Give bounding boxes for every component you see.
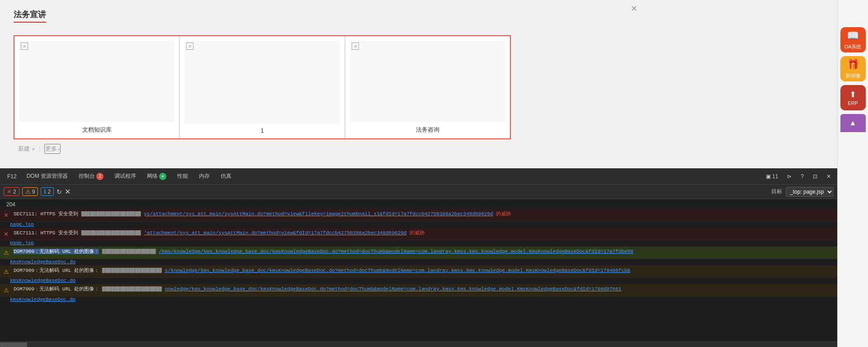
tab-console[interactable]: 控制台 2 [74,171,108,182]
sidebar-purple-button[interactable]: ▲ [840,114,866,132]
log-link-1[interactable]: ys/attachment/sys_att_main/sysAttMain.do… [144,211,493,217]
new-label: 新建 [18,145,30,153]
scrollbar-thumb [0,342,27,347]
sidebar-toggle-button[interactable]: ⊳ [784,172,794,181]
broken-image-icon-1: ✕ [21,43,28,50]
log-text-5: DOM7009：无法解码 URL 处的图像： █████████████████… [14,285,834,293]
log-row-2: ✕ SEC7111: HTTPS 安全受到 ██████████████████… [0,228,837,241]
target-select[interactable]: _top: page.jsp [786,187,834,197]
log-link-2[interactable]: 'attachment/sys_att_main/sysAttMain.do?m… [144,230,406,236]
sidebar-recruit-button[interactable]: 🎁 新招缴 [840,56,866,81]
action-bar: 新建 + | 更多 › [18,144,660,154]
warn-filter-badge[interactable]: ⚠ 9 [22,187,38,196]
log-link-4[interactable]: s/knowledge/kms_knowledge_base_doc/kmsKn… [165,268,630,273]
tab-sim[interactable]: 仿真 [216,171,236,182]
error-icon-2: ✕ [4,230,11,239]
card-thumbnail-1: ✕ [19,41,175,122]
broken-image-icon-2: ✕ [186,43,193,50]
target-label: 目标 [771,188,782,195]
log-link-3[interactable]: /kms/knowledge/kms_knowledge_base_doc/km… [159,249,633,254]
toolbar-right: ▣ 11 ⊳ ? ⊡ ✕ [763,172,834,181]
log-row-4: ⚠ DOM7009：无法解码 URL 处的图像： ███████████████… [0,266,837,278]
oa-icon: 📖 [847,30,859,42]
refresh-button[interactable]: ↻ [57,188,62,195]
card-item-1[interactable]: ✕ 文档知识库 [14,36,179,138]
erp-icon: ⬆ [849,90,856,100]
log-row-1: ✕ SEC7111: HTTPS 安全受到 ██████████████████… [0,209,837,222]
oa-label: OA系统 [844,43,862,50]
sidebar-erp-button[interactable]: ⬆ ERP [840,85,866,110]
erp-label: ERP [848,100,858,106]
more-arrow-icon: › [58,146,60,152]
devtools-subbar: ✕ 2 ⚠ 9 ℹ 2 ↻ ✕ 目标 _top: page.jsp [0,185,837,199]
log-text-2: SEC7111: HTTPS 安全受到 ████████████████████… [14,229,834,237]
warn-icon-2: ⚠ [4,267,11,276]
main-area: ✕ 法务宣讲 ✕ 文档知识库 ✕ 1 ✕ 法务咨询 [0,0,674,154]
card-label-2: 1 [260,127,264,134]
tab-perf[interactable]: 性能 [173,171,193,182]
console-badge: 2 [96,173,104,180]
devtools-scrollbar[interactable] [0,342,837,347]
info-icon: ℹ [44,188,46,195]
close-button[interactable]: ✕ [631,4,637,14]
warn-icon-3: ⚠ [4,286,11,295]
warn-icon-1: ⚠ [4,248,11,257]
more-button[interactable]: 更多 › [44,144,61,154]
plus-icon: + [32,146,35,152]
warn-icon: ⚠ [25,188,31,195]
tab-f12[interactable]: F12 [4,171,20,181]
card-item-3[interactable]: ✕ 法务咨询 [345,36,510,138]
card-thumbnail-3: ✕ [350,41,505,122]
devtools-toolbar: F12 DOM 资源管理器 控制台 2 调试程序 网络 ● 性能 内存 仿真 ▣… [0,168,837,185]
devtools-panel: F12 DOM 资源管理器 控制台 2 调试程序 网络 ● 性能 内存 仿真 ▣… [0,168,837,347]
error-count: 2 [13,189,16,195]
log-text-3: DOM7009：无法解码 URL 处的图像： █████████████████… [14,248,834,256]
recruit-label: 新招缴 [845,72,860,79]
section-title: 法务宣讲 [14,9,46,23]
log-row-3: ⚠ DOM7009：无法解码 URL 处的图像： ███████████████… [0,247,837,259]
warn-count: 9 [32,189,35,195]
new-button[interactable]: 新建 + [18,145,35,153]
error-icon-1: ✕ [4,211,11,220]
devtools-close-button[interactable]: ✕ [824,172,834,181]
log-link-5[interactable]: nowledge/kms_knowledge_base_doc/kmsKnowl… [165,286,621,292]
card-item-2[interactable]: ✕ 1 [180,36,345,138]
screen-count[interactable]: ▣ 11 [763,172,781,181]
card-container: ✕ 文档知识库 ✕ 1 ✕ 法务咨询 [14,35,511,139]
help-button[interactable]: ? [798,172,807,181]
info-count: 2 [47,189,51,195]
more-label: 更多 [45,145,57,153]
info-filter-badge[interactable]: ℹ 2 [41,187,54,196]
card-thumbnail-2: ✕ [184,41,340,124]
right-sidebar: 📖 OA系统 🎁 新招缴 ⬆ ERP ▲ [837,0,868,347]
error-icon: ✕ [7,188,12,195]
log-sub-4[interactable]: kmsKnowledgeBaseDoc.do [0,278,837,284]
devtools-content[interactable]: ✕ SEC7111: HTTPS 安全受到 ██████████████████… [0,209,837,342]
log-sub-3[interactable]: kmsKnowledgeBaseDoc.do [0,259,837,266]
log-row-5: ⚠ DOM7009：无法解码 URL 处的图像： ███████████████… [0,284,837,297]
log-sub-1[interactable]: page.jsp [0,222,837,228]
recruit-icon: 🎁 [847,59,859,71]
network-badge: ● [159,173,166,180]
sidebar-oa-button[interactable]: 📖 OA系统 [840,27,866,52]
error-filter-badge[interactable]: ✕ 2 [4,187,19,196]
tab-memory[interactable]: 内存 [194,171,214,182]
line-count: 204 [4,200,18,209]
card-label-1: 文档知识库 [82,126,112,134]
log-sub-2[interactable]: page.jsp [0,240,837,247]
tab-network[interactable]: 网络 ● [142,171,171,182]
purple-icon: ▲ [849,119,857,127]
card-label-3: 法务咨询 [416,126,439,134]
resize-button[interactable]: ⊡ [810,172,820,181]
tab-debug[interactable]: 调试程序 [110,171,141,182]
log-text-4: DOM7009：无法解码 URL 处的图像： █████████████████… [14,267,834,275]
clear-button[interactable]: ✕ [65,187,71,196]
log-text-1: SEC7111: HTTPS 安全受到 ████████████████████… [14,210,834,218]
log-sub-5[interactable]: kmsKnowledgeBaseDoc.do [0,297,837,303]
broken-image-icon-3: ✕ [352,43,359,50]
tab-dom[interactable]: DOM 资源管理器 [22,171,72,182]
